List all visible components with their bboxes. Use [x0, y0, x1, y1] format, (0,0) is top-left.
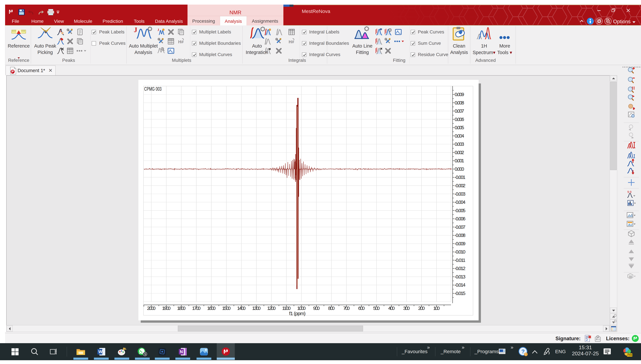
svg-text:-0.015: -0.015	[455, 290, 466, 296]
svg-text:0.009: 0.009	[455, 92, 464, 97]
svg-text:0.008: 0.008	[455, 100, 464, 106]
svg-text:?: ?	[521, 348, 525, 354]
svg-text:0.003: 0.003	[455, 141, 464, 147]
svg-text:-0.003: -0.003	[455, 191, 466, 196]
svg-text:1400: 1400	[237, 306, 246, 311]
svg-text:-0.002: -0.002	[455, 183, 466, 188]
svg-text:100: 100	[433, 306, 440, 311]
svg-text:2000: 2000	[147, 306, 156, 311]
svg-text:W: W	[98, 349, 102, 354]
svg-text:1000: 1000	[297, 306, 306, 311]
svg-text:H#: H#	[289, 39, 294, 44]
svg-text:0.007: 0.007	[455, 108, 464, 114]
svg-text:800: 800	[328, 306, 335, 311]
svg-text:-0.012: -0.012	[455, 266, 466, 271]
svg-text:32: 32	[629, 276, 632, 278]
svg-text:9.9: 9.9	[627, 190, 631, 194]
svg-text:900: 900	[313, 306, 320, 311]
svg-text:-0.001: -0.001	[455, 174, 466, 180]
svg-text:1700: 1700	[192, 306, 201, 311]
svg-text:J: J	[157, 28, 159, 32]
svg-text:1200: 1200	[267, 306, 276, 311]
svg-text:400: 400	[388, 306, 395, 311]
svg-text:700: 700	[343, 306, 350, 311]
svg-text:-0.008: -0.008	[455, 232, 466, 238]
svg-text:-0.010: -0.010	[455, 249, 466, 254]
svg-text:-0.013: -0.013	[455, 274, 466, 280]
svg-text:H#: H#	[178, 39, 184, 44]
svg-text:-0.009: -0.009	[455, 241, 466, 246]
svg-text:-0.006: -0.006	[455, 216, 466, 221]
svg-text:300: 300	[403, 306, 410, 311]
svg-text:500: 500	[373, 306, 380, 311]
svg-text:f1 (ppm): f1 (ppm)	[289, 311, 306, 316]
svg-text:0.001: 0.001	[455, 158, 464, 163]
svg-text:1300: 1300	[252, 306, 261, 311]
svg-text:0.000: 0.000	[455, 166, 464, 172]
svg-text:-0.007: -0.007	[455, 224, 466, 230]
svg-text:-0.014: -0.014	[455, 282, 466, 288]
svg-text:1900: 1900	[162, 306, 171, 311]
svg-text:!: !	[525, 352, 526, 356]
svg-text:1800: 1800	[177, 306, 185, 311]
svg-text:-0.004: -0.004	[455, 200, 466, 205]
svg-text:200: 200	[418, 306, 425, 311]
svg-text:-0.011: -0.011	[455, 258, 466, 263]
svg-text:J: J	[134, 26, 137, 34]
svg-text:CPMG 003: CPMG 003	[144, 86, 161, 92]
svg-text:1100: 1100	[282, 306, 291, 311]
svg-text:0.002: 0.002	[455, 150, 464, 155]
svg-text:-0.005: -0.005	[455, 208, 466, 213]
svg-text:0.004: 0.004	[455, 133, 464, 138]
svg-text:1600: 1600	[207, 306, 216, 311]
svg-text:N: N	[180, 349, 183, 354]
svg-text:5: 5	[144, 352, 146, 356]
svg-text:PRE: PRE	[627, 354, 632, 356]
svg-text:0.006: 0.006	[455, 116, 464, 122]
svg-text:0.005: 0.005	[455, 125, 464, 130]
svg-text:600: 600	[358, 306, 365, 311]
svg-text:1500: 1500	[222, 306, 231, 311]
